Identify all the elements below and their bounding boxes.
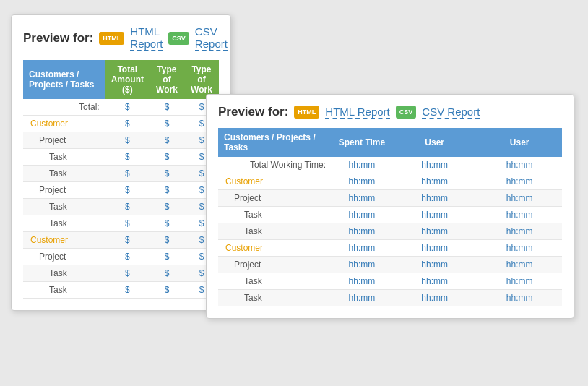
front-row-val-1: hh:mm [332, 240, 392, 257]
back-row-1: Project $ $ $ [23, 132, 219, 149]
front-row-label: Customer [218, 173, 332, 190]
back-row-val-1: $ [105, 116, 150, 132]
back-row-val-2: $ [150, 199, 184, 215]
front-row-val-1: hh:mm [332, 207, 392, 223]
front-row-val-1: hh:mm [332, 190, 392, 207]
back-row-val-1: $ [105, 199, 150, 215]
front-row-4: Customer hh:mm hh:mm hh:mm [218, 240, 562, 257]
front-row-label: Project [218, 257, 332, 273]
front-row-0: Customer hh:mm hh:mm hh:mm [218, 173, 562, 190]
front-preview-label: Preview for: [218, 105, 288, 119]
front-total-val-2: hh:mm [392, 157, 477, 173]
back-row-label: Customer [23, 232, 105, 249]
front-preview-header: Preview for: HTML HTML Report CSV CSV Re… [218, 105, 562, 119]
front-row-val-2: hh:mm [392, 190, 477, 207]
front-col-header-name: Customers / Projects / Tasks [218, 128, 332, 157]
front-html-report-link[interactable]: HTML Report [325, 106, 389, 119]
front-row-val-2: hh:mm [392, 223, 477, 240]
back-row-val-2: $ [150, 166, 184, 182]
back-col-header-type2: Type of Work [184, 60, 219, 99]
back-row-2: Task $ $ $ [23, 149, 219, 166]
front-row-val-3: hh:mm [477, 190, 562, 207]
back-preview-card: Preview for: HTML HTML Report CSV CSV Re… [11, 14, 231, 311]
back-report-table: Customers / Projects / Tasks Total Amoun… [23, 60, 219, 299]
front-row-val-2: hh:mm [392, 257, 477, 273]
front-row-val-1: hh:mm [332, 273, 392, 290]
front-row-label: Task [218, 207, 332, 223]
back-row-val-2: $ [150, 265, 184, 282]
front-html-badge: HTML [294, 106, 319, 119]
front-row-val-3: hh:mm [477, 240, 562, 257]
front-csv-badge: CSV [396, 106, 417, 119]
back-row-label: Project [23, 182, 105, 199]
back-row-4: Project $ $ $ [23, 182, 219, 199]
back-row-val-1: $ [105, 232, 150, 249]
back-row-3: Task $ $ $ [23, 166, 219, 182]
front-csv-report-link[interactable]: CSV Report [422, 106, 480, 119]
back-csv-report-link[interactable]: CSV Report [195, 25, 228, 51]
front-preview-card: Preview for: HTML HTML Report CSV CSV Re… [206, 94, 574, 319]
back-row-val-2: $ [150, 149, 184, 166]
front-report-table: Customers / Projects / Tasks Spent Time … [218, 128, 562, 306]
front-total-val-1: hh:mm [332, 157, 392, 173]
front-row-val-1: hh:mm [332, 257, 392, 273]
front-row-val-2: hh:mm [392, 240, 477, 257]
front-col-header-user2: User [477, 128, 562, 157]
back-row-val-2: $ [150, 249, 184, 265]
back-row-val-1: $ [105, 182, 150, 199]
back-html-report-link[interactable]: HTML Report [130, 25, 163, 51]
back-row-val-2: $ [150, 232, 184, 249]
back-row-label: Task [23, 215, 105, 232]
back-col-header-amount: Total Amount ($) [105, 60, 150, 99]
back-total-label: Total: [23, 99, 105, 116]
back-row-val-1: $ [105, 282, 150, 299]
back-row-label: Project [23, 132, 105, 149]
front-row-val-3: hh:mm [477, 290, 562, 306]
back-preview-header: Preview for: HTML HTML Report CSV CSV Re… [23, 25, 219, 51]
back-col-header-name: Customers / Projects / Tasks [23, 60, 105, 99]
front-row-6: Task hh:mm hh:mm hh:mm [218, 273, 562, 290]
front-row-val-3: hh:mm [477, 257, 562, 273]
back-row-val-1: $ [105, 265, 150, 282]
back-row-0: Customer $ $ $ [23, 116, 219, 132]
front-row-val-3: hh:mm [477, 223, 562, 240]
front-row-label: Customer [218, 240, 332, 257]
back-total-val-1: $ [105, 99, 150, 116]
back-row-9: Task $ $ $ [23, 265, 219, 282]
front-row-val-2: hh:mm [392, 173, 477, 190]
back-preview-label: Preview for: [23, 31, 93, 46]
back-total-row: Total: $ $ $ [23, 99, 219, 116]
back-row-5: Task $ $ $ [23, 199, 219, 215]
front-row-label: Task [218, 223, 332, 240]
back-html-badge: HTML [99, 32, 124, 45]
front-row-val-3: hh:mm [477, 173, 562, 190]
back-row-8: Project $ $ $ [23, 249, 219, 265]
back-row-label: Task [23, 199, 105, 215]
front-row-label: Task [218, 273, 332, 290]
front-row-val-2: hh:mm [392, 290, 477, 306]
front-row-label: Task [218, 290, 332, 306]
front-row-val-1: hh:mm [332, 290, 392, 306]
front-row-val-1: hh:mm [332, 223, 392, 240]
back-row-val-2: $ [150, 215, 184, 232]
front-row-val-3: hh:mm [477, 207, 562, 223]
back-csv-badge: CSV [168, 32, 189, 45]
back-row-val-1: $ [105, 249, 150, 265]
back-row-10: Task $ $ $ [23, 282, 219, 299]
front-row-val-3: hh:mm [477, 273, 562, 290]
back-row-val-2: $ [150, 132, 184, 149]
front-row-1: Project hh:mm hh:mm hh:mm [218, 190, 562, 207]
back-row-val-1: $ [105, 149, 150, 166]
front-total-row: Total Working Time: hh:mm hh:mm hh:mm [218, 157, 562, 173]
front-total-val-3: hh:mm [477, 157, 562, 173]
front-col-header-user1: User [392, 128, 477, 157]
back-row-val-2: $ [150, 116, 184, 132]
back-row-7: Customer $ $ $ [23, 232, 219, 249]
front-row-val-1: hh:mm [332, 173, 392, 190]
back-total-val-2: $ [150, 99, 184, 116]
back-row-label: Task [23, 166, 105, 182]
back-row-label: Task [23, 265, 105, 282]
front-col-header-spent: Spent Time [332, 128, 392, 157]
back-row-val-2: $ [150, 282, 184, 299]
back-row-label: Project [23, 249, 105, 265]
